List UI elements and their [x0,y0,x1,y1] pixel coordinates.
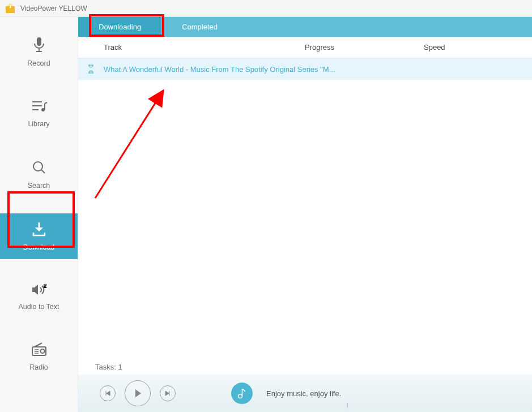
mic-icon [0,36,78,55]
tabs: Downloading Completed [78,17,532,37]
tab-completed[interactable]: Completed [161,17,238,37]
svg-line-13 [35,343,42,347]
content-area: Downloading Completed Track Progress Spe… [78,17,532,412]
library-icon [0,99,78,115]
sidebar-item-label: Record [27,59,50,67]
tab-label: Completed [182,23,218,31]
sidebar-item-audio-to-text[interactable]: Audio to Text [0,275,78,319]
track-title: What A Wonderful World - Music From The … [104,65,532,74]
svg-point-14 [40,349,44,353]
app-logo-icon [5,3,16,14]
tasks-bar: Tasks: 1 [78,359,532,375]
body-area [78,80,532,359]
hourglass-icon [78,65,104,74]
sidebar-item-label: Radio [29,363,48,371]
table-header: Track Progress Speed [78,37,532,58]
player-progress-line [347,403,532,404]
sidebar-item-label: Search [28,182,50,190]
download-icon [0,221,78,239]
svg-rect-12 [32,347,46,355]
sidebar-item-radio[interactable]: Radio [0,334,78,379]
svg-point-18 [239,394,242,398]
player-bar: Enjoy music, enjoy life. [78,375,532,412]
sidebar-item-label: Download [23,243,55,251]
sidebar-item-label: Library [28,120,49,128]
svg-rect-1 [37,37,41,46]
sidebar-item-search[interactable]: Search [0,152,78,198]
col-header-progress: Progress [305,43,424,52]
app-title: VideoPower YELLOW [20,5,87,12]
tab-downloading[interactable]: Downloading [78,17,161,37]
radio-icon [0,342,78,359]
svg-line-10 [41,170,45,173]
sidebar-item-library[interactable]: Library [0,91,78,136]
music-note-icon [231,383,253,404]
search-icon [0,160,78,177]
titlebar: VideoPower YELLOW [0,0,532,17]
svg-point-9 [33,162,42,171]
col-header-speed: Speed [424,43,503,52]
play-button[interactable] [125,380,151,406]
sidebar-item-record[interactable]: Record [0,28,78,75]
prev-button[interactable] [100,385,116,401]
next-button[interactable] [160,385,176,401]
player-tagline: Enjoy music, enjoy life. [266,389,341,398]
col-header-track: Track [78,43,305,52]
audio-icon [0,283,78,298]
table-row[interactable]: What A Wonderful World - Music From The … [78,58,532,80]
sidebar: Record Library [0,17,78,412]
sidebar-item-label: Audio to Text [18,303,59,311]
tab-label: Downloading [99,23,141,31]
tasks-count: Tasks: 1 [95,363,122,371]
sidebar-item-download[interactable]: Download [0,213,78,259]
